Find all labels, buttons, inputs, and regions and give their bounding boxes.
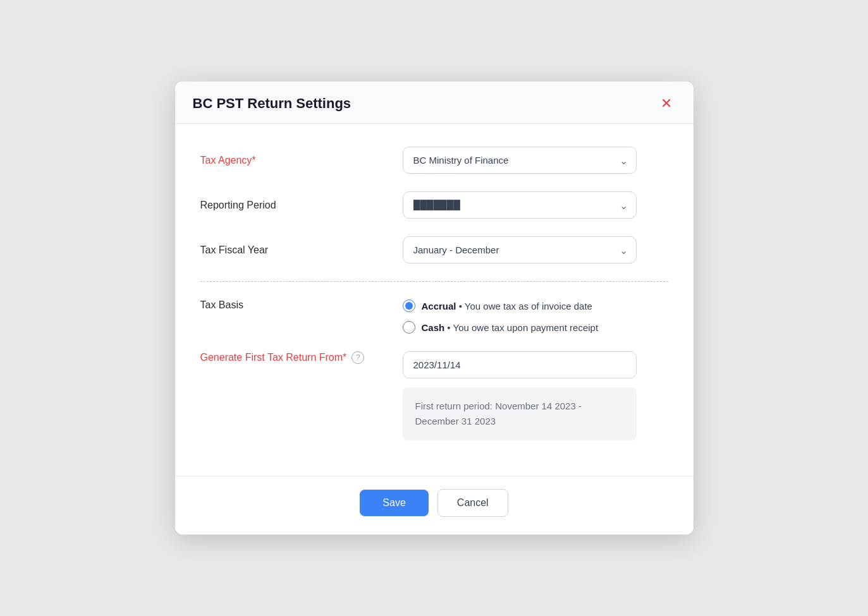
first-return-info-text: First return period: November 14 2023 - … <box>415 401 582 426</box>
help-icon[interactable]: ? <box>351 351 364 364</box>
cash-description: • You owe tax upon payment receipt <box>447 322 598 333</box>
save-button[interactable]: Save <box>360 490 428 516</box>
tax-fiscal-year-select-wrapper: January - December April - March July - … <box>403 236 637 263</box>
tax-fiscal-year-label: Tax Fiscal Year <box>200 245 403 256</box>
tax-basis-row: Tax Basis Accrual • You owe tax as of in… <box>200 299 668 334</box>
tax-fiscal-year-select[interactable]: January - December April - March July - … <box>403 236 637 263</box>
accrual-label: Accrual <box>422 301 456 311</box>
reporting-period-select[interactable]: ███████ <box>403 191 637 219</box>
first-return-date-input[interactable] <box>403 351 637 378</box>
reporting-period-label: Reporting Period <box>200 200 403 211</box>
generate-first-return-control-wrap: First return period: November 14 2023 - … <box>403 351 668 440</box>
reporting-period-control-wrap: ███████ ⌄ <box>403 191 668 219</box>
cancel-button[interactable]: Cancel <box>437 489 508 517</box>
tax-agency-select[interactable]: BC Ministry of Finance <box>403 147 637 174</box>
label-with-help-icon: Generate First Tax Return From* ? <box>200 351 403 364</box>
cash-label: Cash <box>422 322 445 333</box>
cash-radio[interactable] <box>403 321 415 334</box>
first-return-info-box: First return period: November 14 2023 - … <box>403 387 637 440</box>
tax-agency-select-wrapper: BC Ministry of Finance ⌄ <box>403 147 637 174</box>
tax-fiscal-year-row: Tax Fiscal Year January - December April… <box>200 236 668 282</box>
tax-basis-radio-group: Accrual • You owe tax as of invoice date… <box>403 299 668 334</box>
reporting-period-row: Reporting Period ███████ ⌄ <box>200 191 668 219</box>
tax-agency-label: Tax Agency* <box>200 155 403 166</box>
dialog-footer: Save Cancel <box>175 476 694 534</box>
reporting-period-select-wrapper: ███████ ⌄ <box>403 191 637 219</box>
tax-fiscal-year-control-wrap: January - December April - March July - … <box>403 236 668 263</box>
accrual-description: • You owe tax as of invoice date <box>459 301 592 311</box>
generate-first-return-text: Generate First Tax Return From* <box>200 352 347 363</box>
dialog-header: BC PST Return Settings ✕ <box>175 82 694 124</box>
tax-agency-row: Tax Agency* BC Ministry of Finance ⌄ <box>200 147 668 174</box>
generate-first-return-row: Generate First Tax Return From* ? First … <box>200 351 668 440</box>
tax-agency-control-wrap: BC Ministry of Finance ⌄ <box>403 147 668 174</box>
tax-basis-control-wrap: Accrual • You owe tax as of invoice date… <box>403 299 668 334</box>
bc-pst-dialog: BC PST Return Settings ✕ Tax Agency* BC … <box>175 82 694 534</box>
close-button[interactable]: ✕ <box>657 95 676 112</box>
tax-basis-accrual-option[interactable]: Accrual • You owe tax as of invoice date <box>403 299 668 312</box>
dialog-title: BC PST Return Settings <box>193 95 351 112</box>
accrual-radio[interactable] <box>403 299 415 312</box>
dialog-body: Tax Agency* BC Ministry of Finance ⌄ Rep… <box>175 124 694 476</box>
generate-first-return-label: Generate First Tax Return From* ? <box>200 351 403 364</box>
tax-basis-label: Tax Basis <box>200 299 403 311</box>
tax-basis-cash-option[interactable]: Cash • You owe tax upon payment receipt <box>403 321 668 334</box>
